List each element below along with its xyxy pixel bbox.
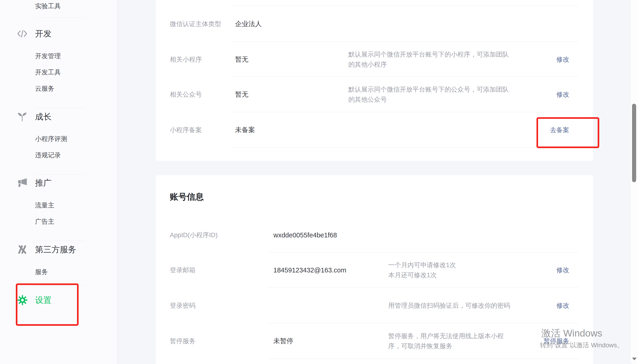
suspend-service-link[interactable]: 暂停服务 [544,337,569,346]
row-label: 相关公众号 [170,90,202,99]
sidebar-item-cloud-service[interactable]: 云服务 [35,84,108,93]
third-party-icon [17,244,28,255]
account-info-card: 账号信息 AppID(小程序ID) wxdde0055fe4be1f68 登录邮… [156,175,593,364]
row-value: 未备案 [235,126,255,134]
sidebar-section-growth[interactable]: 成长 [0,111,118,122]
info-row-suspend-service: 暂停服务 未暂停 暂停服务，用户将无法使用线上版本小程 序，可取消并恢复服务 暂… [156,323,593,359]
scrollbar-thumb[interactable] [632,104,636,182]
sidebar-item-label: 服务 [35,268,48,276]
partial-row [156,0,593,6]
sidebar-item-miniprogram-review[interactable]: 小程序评测 [35,134,108,144]
scroll-down-arrow-icon[interactable] [632,358,637,360]
info-row-login-password: 登录密码 用管理员微信扫码验证后，可修改你的密码 修改 [156,288,593,323]
code-icon [17,28,28,39]
sidebar-item-violation-record[interactable]: 违规记录 [35,151,108,160]
row-label: 登录邮箱 [170,266,195,274]
sidebar-item-dev-tools[interactable]: 开发工具 [35,68,108,77]
row-label: 小程序备案 [170,126,202,134]
scrollbar[interactable] [631,0,638,364]
info-row-appid: AppID(小程序ID) wxdde0055fe4be1f68 [156,218,593,252]
row-value: 暂无 [235,55,248,64]
row-helper-text: 默认展示同个微信开放平台账号下的小程序，可添加团队 的其他小程序 [348,50,509,70]
profile-card: 微信认证主体类型 企业法人 相关小程序 暂无 默认展示同个微信开放平台账号下的小… [156,0,593,161]
sidebar-section-promotion[interactable]: 推广 [0,178,118,188]
info-row-related-official-accounts: 相关公众号 暂无 默认展示同个微信开放平台账号下的公众号，可添加团队 的其他公众… [156,77,593,112]
sidebar-section-title: 成长 [35,111,52,122]
sidebar-section-title: 推广 [35,178,52,188]
sidebar-section-third-party[interactable]: 第三方服务 [0,244,118,255]
sidebar-item-label: 开发工具 [35,69,61,76]
row-label: 微信认证主体类型 [170,20,221,28]
row-value: 企业法人 [235,20,262,28]
info-row-login-email: 登录邮箱 18459123432@163.com 一个月内可申请修改1次 本月还… [156,252,593,288]
sidebar-item-service[interactable]: 服务 [35,268,108,276]
row-label: 暂停服务 [170,337,195,346]
divider [35,174,86,175]
row-value: wxdde0055fe4be1f68 [273,231,337,239]
row-label: AppID(小程序ID) [170,231,217,240]
row-helper-text: 默认展示同个微信开放平台账号下的公众号，可添加团队 的其他公众号 [348,84,509,104]
row-value: 暂无 [235,90,248,99]
megaphone-icon [17,178,28,188]
row-helper-text: 用管理员微信扫码验证后，可修改你的密码 [388,300,510,311]
sidebar-item-label: 违规记录 [35,152,61,159]
row-value: 18459123432@163.com [273,266,346,274]
row-label: 相关小程序 [170,55,202,64]
sidebar-item-traffic-owner[interactable]: 流量主 [35,201,108,210]
settings-page: 实验工具 开发 开发管理 开发工具 云服务 成长 [0,0,638,364]
modify-link[interactable]: 修改 [556,90,569,99]
sidebar-item-lab-tools[interactable]: 实验工具 [35,2,108,11]
sidebar-section-dev[interactable]: 开发 [0,28,118,39]
sprout-icon [17,111,28,122]
row-value: 未暂停 [273,336,293,346]
row-helper-text: 一个月内可申请修改1次 本月还可修改1次 [388,260,456,280]
modify-link[interactable]: 修改 [556,55,569,64]
sidebar-item-label: 开发管理 [35,52,61,60]
sidebar-section-title: 第三方服务 [35,244,76,255]
modify-link[interactable]: 修改 [556,301,569,310]
sidebar-item-label: 广告主 [35,218,54,225]
divider [35,18,86,18]
sidebar-item-label: 流量主 [35,202,54,209]
info-row-miniprogram-filing: 小程序备案 未备案 去备案 [156,112,593,148]
sidebar-item-dev-manage[interactable]: 开发管理 [35,52,108,61]
sidebar-section-title: 开发 [35,28,52,39]
info-row-related-miniprograms: 相关小程序 暂无 默认展示同个微信开放平台账号下的小程序，可添加团队 的其他小程… [156,42,593,77]
sidebar-item-label: 实验工具 [35,2,61,10]
highlight-box-settings [16,284,79,326]
highlight-box-go-file [536,117,599,148]
divider [35,240,86,241]
info-row-cert-subject-type: 微信认证主体类型 企业法人 [156,6,593,42]
row-label: 登录密码 [170,301,195,310]
card-title: 账号信息 [170,192,204,202]
sidebar-item-label: 云服务 [35,85,54,92]
sidebar-item-advertiser[interactable]: 广告主 [35,217,108,226]
sidebar-item-label: 小程序评测 [35,135,67,142]
row-helper-text: 暂停服务，用户将无法使用线上版本小程 序，可取消并恢复服务 [388,331,504,351]
modify-link[interactable]: 修改 [556,266,569,274]
divider [35,108,86,108]
